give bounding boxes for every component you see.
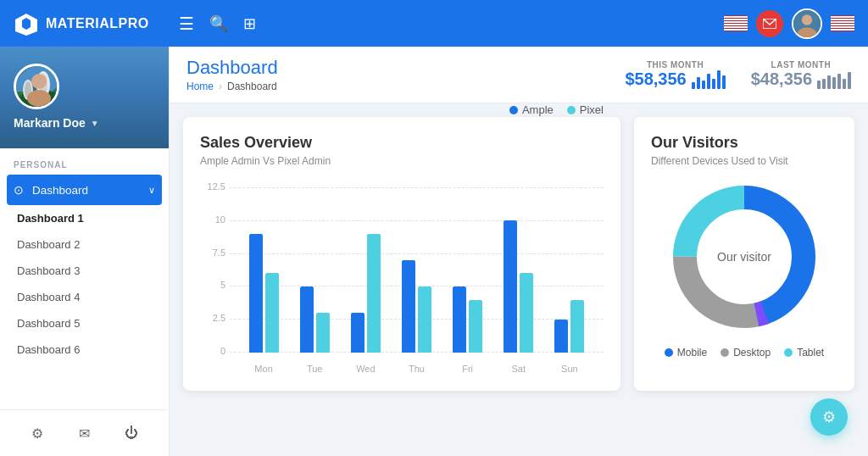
sidebar-dashboard-label: Dashboard — [32, 184, 88, 197]
legend-pixel: Pixel — [567, 103, 604, 116]
fab-icon: ⚙ — [822, 408, 836, 426]
chevron-down-icon[interactable]: ▼ — [91, 119, 99, 128]
stat-bar — [837, 74, 841, 89]
x-label-day: Sat — [504, 364, 533, 374]
stat-this-month-value: $58,356 — [625, 70, 725, 89]
bar-group — [554, 300, 584, 353]
x-label-day: Wed — [351, 364, 381, 374]
stat-bar — [697, 77, 700, 89]
breadcrumb-current: Dashboard — [227, 81, 277, 92]
visitors-card-subtitle: Different Devices Used to Visit — [651, 155, 837, 167]
sidebar-profile: Markarn Doe ▼ — [0, 47, 169, 148]
bars-container — [230, 187, 604, 353]
stat-bar — [827, 75, 831, 89]
user-avatar-nav[interactable] — [792, 8, 822, 39]
visitors-card: Our Visitors Different Devices Used to V… — [634, 117, 854, 391]
sales-card-subtitle: Ample Admin Vs Pixel Admin — [200, 155, 331, 167]
stat-bar — [717, 70, 721, 89]
sidebar-item-dashboard4[interactable]: Dashboard 4 — [0, 284, 169, 310]
bar-group — [402, 260, 431, 353]
settings-icon[interactable]: ⚙ — [23, 419, 52, 448]
svg-point-14 — [31, 74, 47, 89]
x-label-day: Fri — [453, 364, 482, 374]
donut-desktop-dot — [721, 348, 729, 357]
bar-group — [351, 234, 381, 353]
stat-bar — [822, 79, 826, 89]
x-label-day: Tue — [300, 364, 330, 374]
flag-icon[interactable] — [724, 15, 748, 31]
donut-legend-desktop: Desktop — [721, 347, 771, 359]
donut-legend: Mobile Desktop Tablet — [651, 347, 837, 359]
sidebar-item-dashboard5[interactable]: Dashboard 5 — [0, 310, 169, 336]
menu-toggle-icon[interactable]: ☰ — [179, 14, 194, 34]
sidebar-avatar — [14, 64, 59, 109]
stat-bar — [692, 82, 695, 89]
bar-group — [300, 286, 330, 353]
legend-ample-dot — [509, 106, 518, 114]
page-header: Dashboard Home › Dashboard THIS MONTH $5… — [170, 47, 868, 103]
bar-pixel — [570, 300, 584, 353]
bar-pixel — [469, 300, 482, 353]
power-icon[interactable]: ⏻ — [117, 419, 146, 448]
donut-mobile-dot — [665, 348, 673, 357]
x-label-day: Mon — [249, 364, 279, 374]
bar-ample — [453, 286, 466, 353]
navbar-nav-icons: ☰ 🔍 ⊞ — [179, 14, 256, 34]
breadcrumb-separator: › — [219, 81, 222, 92]
brand-logo: MATERIALPRO — [14, 12, 179, 36]
main-content: Dashboard Home › Dashboard THIS MONTH $5… — [170, 47, 868, 456]
brand-name: MATERIALPRO — [46, 16, 149, 31]
bar-ample — [504, 220, 517, 353]
page-header-stats: THIS MONTH $58,356 — [625, 60, 851, 89]
language-flag-icon[interactable] — [831, 15, 854, 31]
sidebar: Markarn Doe ▼ PERSONAL ⊙ Dashboard ∨ Das… — [0, 47, 170, 456]
stat-last-month-value: $48,356 — [751, 70, 851, 89]
donut-mobile-label: Mobile — [677, 347, 707, 359]
sidebar-item-dashboard3[interactable]: Dashboard 3 — [0, 258, 169, 284]
x-labels: MonTueWedThuFriSatSun — [230, 364, 604, 374]
donut-desktop-label: Desktop — [733, 347, 771, 359]
stat-bar — [702, 81, 705, 89]
cards-row: Sales Overview Ample Admin Vs Pixel Admi… — [183, 117, 854, 391]
navbar-right-actions — [724, 8, 854, 39]
sidebar-item-dashboard[interactable]: ⊙ Dashboard ∨ — [7, 175, 162, 205]
bar-ample — [351, 313, 364, 353]
sales-legend: Ample Pixel — [509, 103, 604, 116]
donut-legend-tablet: Tablet — [784, 347, 824, 359]
legend-pixel-dot — [567, 106, 576, 114]
legend-ample: Ample — [509, 103, 554, 116]
sidebar-item-dashboard2[interactable]: Dashboard 2 — [0, 231, 169, 258]
sidebar-item-dashboard1[interactable]: Dashboard 1 — [0, 205, 169, 231]
mail-icon[interactable]: ✉ — [70, 419, 98, 448]
stat-this-month-bars — [692, 70, 726, 89]
stat-bar — [832, 77, 836, 89]
bar-ample — [249, 234, 263, 353]
stat-this-month: THIS MONTH $58,356 — [625, 60, 725, 89]
bar-ample — [300, 286, 314, 353]
bar-pixel — [316, 313, 330, 353]
expand-chevron-icon: ∨ — [148, 185, 155, 196]
navbar: MATERIALPRO ☰ 🔍 ⊞ — [0, 0, 868, 47]
stat-bar — [817, 81, 821, 89]
sidebar-section-label: PERSONAL — [0, 148, 169, 175]
mail-notification-icon[interactable] — [756, 10, 783, 37]
fab-button[interactable]: ⚙ — [810, 398, 848, 436]
bar-pixel — [520, 273, 533, 353]
stat-last-month-bars — [817, 70, 851, 89]
stat-bar — [712, 79, 715, 89]
sales-card-title: Sales Overview — [200, 134, 331, 152]
grid-icon[interactable]: ⊞ — [243, 14, 256, 33]
stat-bar — [843, 79, 846, 89]
sales-overview-card: Sales Overview Ample Admin Vs Pixel Admi… — [183, 117, 620, 391]
donut-tablet-label: Tablet — [797, 347, 824, 359]
breadcrumb-home[interactable]: Home — [186, 81, 214, 92]
bar-pixel — [367, 234, 381, 353]
bar-ample — [554, 320, 568, 353]
sidebar-footer: ⚙ ✉ ⏻ — [0, 409, 169, 456]
search-icon[interactable]: 🔍 — [209, 14, 228, 33]
page-header-left: Dashboard Home › Dashboard — [186, 57, 278, 92]
bar-group — [249, 234, 279, 353]
sidebar-item-dashboard6[interactable]: Dashboard 6 — [0, 336, 169, 363]
visitors-card-title: Our Visitors — [651, 134, 837, 152]
main-layout: Markarn Doe ▼ PERSONAL ⊙ Dashboard ∨ Das… — [0, 0, 868, 456]
